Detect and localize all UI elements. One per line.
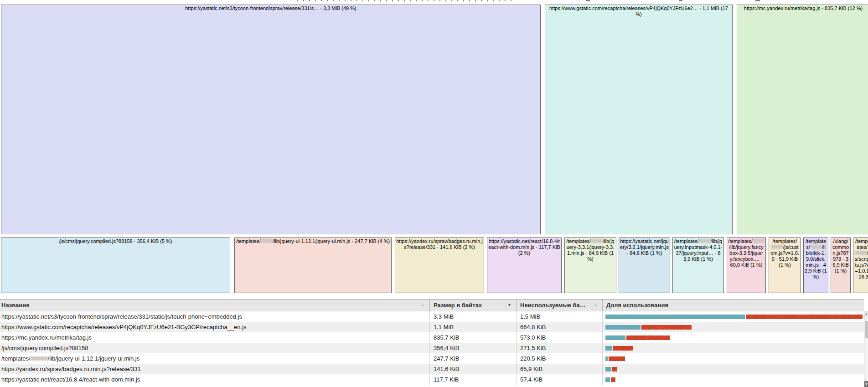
scrollbar-thumb[interactable] [865, 321, 868, 338]
cell-script-name: https://yastatic.net/react/16.8.4/react-… [0, 374, 430, 385]
usage-bar-used [605, 346, 612, 351]
cell-size: 141,6 KiB [430, 364, 517, 374]
cell-usage-bar [603, 343, 864, 353]
sort-desc-icon: ▼ [507, 303, 512, 307]
treemap-node[interactable]: /js/cms/jquery.compiled.js?88158 · 356,4… [1, 237, 230, 293]
cell-size: 3,3 MiB [430, 311, 517, 322]
usage-bar-unused [746, 315, 863, 319]
cell-unused-bytes: 271,5 KiB [517, 343, 603, 353]
treemap-node[interactable]: /templates//js/scripts.js?v=1.0.1 · 26,3 [853, 237, 868, 293]
treemap-node-label: /templates//lib/jquery-ui-1.12.1/jquery-… [235, 238, 391, 245]
treemap-node[interactable]: https://yastatic.net/react/16.8.4/react-… [487, 237, 562, 293]
redacted-blur [753, 239, 765, 243]
treemap-node-label: https://yastatic.net/s3/tycoon-frontend/… [1, 5, 540, 12]
treemap-node-label: /templates//js/custom.js?v=1.0.0 · 51,9 … [769, 238, 801, 268]
table-row[interactable]: /js/cms/jquery.compiled.js?88158356,4 Ki… [0, 343, 864, 353]
treemap-node[interactable]: /ulang/common.js?87973 · 36,9 KiB (1 %) [831, 237, 851, 293]
cell-unused-bytes: 220,5 KiB [517, 353, 603, 364]
cell-usage-bar [603, 311, 864, 322]
clipped-text-remnant [586, 0, 590, 1]
table-row[interactable]: /templates//lib/jquery-ui-1.12.1/jquery-… [0, 353, 864, 364]
treemap-node[interactable]: https://yastatic.net/jquery/3.2.1/jquery… [619, 237, 670, 293]
cell-script-name: https://mc.yandex.ru/metrika/tag.js [0, 332, 430, 343]
cell-script-name: https://www.gstatic.com/recaptcha/releas… [0, 322, 430, 332]
usage-bar-unused [611, 377, 615, 382]
treemap-node-label: https://yandex.ru/sprav/badges.ru.min.js… [395, 238, 484, 251]
treemap-node[interactable]: https://mc.yandex.ru/metrika/tag.js · 83… [737, 5, 868, 234]
cell-unused-bytes: 65,9 KiB [517, 364, 603, 374]
coverage-treemap-view: https://yastatic.net/s3/tycoon-frontend/… [0, 0, 868, 387]
cell-usage-bar [603, 322, 864, 332]
usage-bar-used [605, 356, 608, 361]
treemap-node[interactable]: https://www.gstatic.com/recaptcha/releas… [545, 5, 733, 234]
cell-unused-bytes: 573,0 KiB [517, 332, 603, 343]
cell-size: 835,7 KiB [430, 332, 517, 343]
usage-bar-unused [612, 367, 617, 372]
usage-bar-unused [641, 325, 692, 330]
usage-bar-used [605, 377, 610, 382]
table-row[interactable]: https://yastatic.net/s3/tycoon-frontend/… [0, 311, 864, 322]
cell-script-name: https://yastatic.net/s3/tycoon-frontend/… [0, 311, 430, 322]
column-header-доля[interactable]: Доля использования [603, 299, 864, 311]
usage-bar-unused [609, 356, 625, 361]
column-header-размер[interactable]: Размер в байтах▼ [430, 299, 517, 311]
treemap-node-label: /js/cms/jquery.compiled.js?88158 · 356,4… [1, 238, 230, 245]
cell-size: 356,4 KiB [430, 343, 517, 353]
treemap-node-label: /templates//lib/jquery.fancybox-3.3.5/jq… [727, 238, 765, 268]
treemap-node[interactable]: /templates//lib/jquery.fancybox-3.3.5/jq… [727, 237, 766, 293]
cell-script-name: /templates//lib/jquery-ui-1.12.1/jquery-… [0, 353, 430, 364]
treemap-node[interactable]: /templates//lib/jquery-ui-1.12.1/jquery-… [234, 237, 392, 293]
cell-unused-bytes: 664,8 KiB [517, 322, 603, 332]
column-header-неиспользуемые[interactable]: Неиспользуемые ба…▲ [517, 299, 603, 311]
table-scrollbar[interactable]: ▲ ▼ [864, 311, 868, 387]
treemap-node[interactable]: https://yandex.ru/sprav/badges.ru.min.js… [395, 237, 484, 293]
clipped-text-remnant [679, 0, 682, 1]
table-row[interactable]: https://mc.yandex.ru/metrika/tag.js835,7… [0, 332, 864, 343]
redacted-blur [855, 251, 867, 255]
treemap-node[interactable]: /templates//lib/jquery.inputmask-4.0.1-3… [672, 237, 724, 293]
usage-bar-unused [613, 346, 633, 351]
scrollbar-up-arrow-icon[interactable]: ▲ [864, 311, 868, 317]
treemap-node-label: /templates//lib/jquery.inputmask-4.0.1-3… [673, 238, 723, 263]
treemap-node[interactable]: https://yastatic.net/s3/tycoon-frontend/… [1, 5, 541, 234]
cell-script-name: https://yandex.ru/sprav/badges.ru.min.js… [0, 364, 430, 374]
treemap-node[interactable]: /templates//lib/slick-1.9.0/slick.min.js… [803, 237, 828, 293]
cell-size: 247,7 KiB [430, 353, 517, 364]
treemap-node-label: https://www.gstatic.com/recaptcha/releas… [545, 5, 732, 18]
table-row[interactable]: https://yandex.ru/sprav/badges.ru.min.js… [0, 364, 864, 374]
treemap-node-label: /ulang/common.js?87973 · 36,9 KiB (1 %) [831, 238, 850, 274]
treemap-node-label: https://yastatic.net/react/16.8.4/react-… [487, 238, 561, 257]
column-header-label: Доля использования [606, 302, 668, 309]
treemap-node[interactable]: /templates//lib/jquery-3.3.1/jquery-3.3.… [564, 237, 616, 293]
table-header-row: Название▲Размер в байтах▼Неиспользуемые … [0, 299, 864, 311]
cell-usage-bar [603, 374, 864, 385]
redacted-blur [261, 239, 273, 243]
table-row[interactable]: https://www.gstatic.com/recaptcha/releas… [0, 322, 864, 332]
scrollbar-down-arrow-icon[interactable]: ▼ [864, 381, 868, 387]
treemap-node-label: /templates//lib/slick-1.9.0/slick.min.js… [804, 238, 828, 280]
clipped-text-remnant [297, 0, 512, 1]
cell-usage-bar [603, 332, 864, 343]
redacted-blur [771, 245, 783, 249]
sort-asc-icon: ▲ [594, 303, 598, 307]
table-body: https://yastatic.net/s3/tycoon-frontend/… [0, 311, 864, 385]
redacted-blur [591, 239, 603, 243]
table-row[interactable]: https://yastatic.net/react/16.8.4/react-… [0, 374, 864, 385]
cell-unused-bytes: 57,4 KiB [517, 374, 603, 385]
treemap-node[interactable]: /templates//js/custom.js?v=1.0.0 · 51,9 … [769, 237, 801, 293]
column-header-название[interactable]: Название▲ [0, 299, 430, 311]
column-header-label: Размер в байтах [434, 302, 482, 309]
cell-usage-bar [603, 364, 864, 374]
cell-usage-bar [603, 353, 864, 364]
treemap-node-label: https://yastatic.net/jquery/3.2.1/jquery… [619, 238, 670, 257]
treemap-node-label: /templates//js/scripts.js?v=1.0.1 · 26,3 [853, 238, 868, 280]
column-header-label: Название [1, 302, 29, 309]
cell-size: 1,1 MiB [430, 322, 517, 332]
cell-size: 117,7 KiB [430, 374, 517, 385]
cell-script-name: /js/cms/jquery.compiled.js?88158 [0, 343, 430, 353]
usage-bar-used [605, 315, 745, 319]
treemap-node-label: /templates//lib/jquery-3.3.1/jquery-3.3.… [565, 238, 616, 263]
usage-bar-used [605, 367, 611, 372]
column-header-label: Неиспользуемые ба… [520, 302, 586, 309]
usage-bar-used [605, 325, 641, 330]
